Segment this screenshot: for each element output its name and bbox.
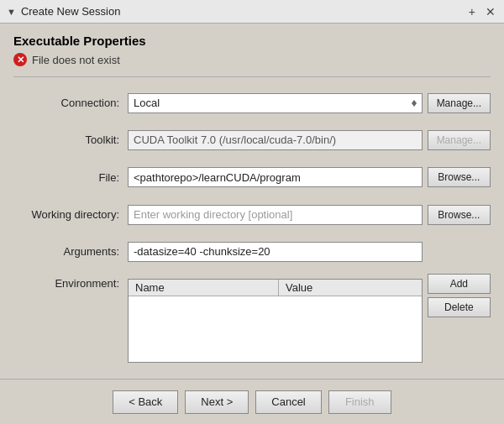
args-input[interactable] xyxy=(128,242,423,262)
back-button[interactable]: < Back xyxy=(113,390,178,414)
cancel-button[interactable]: Cancel xyxy=(255,390,321,414)
workdir-input[interactable] xyxy=(128,205,423,225)
env-delete-button[interactable]: Delete xyxy=(428,297,491,317)
error-row: ✕ File does not exist xyxy=(13,53,491,66)
window-menu-icon[interactable]: ▼ xyxy=(7,7,16,17)
env-add-button[interactable]: Add xyxy=(428,274,491,294)
section-title: Executable Properties xyxy=(13,34,491,48)
close-button[interactable]: ✕ xyxy=(484,5,497,18)
title-bar-left: ▼ Create New Session xyxy=(7,5,120,18)
bottom-bar: < Back Next > Cancel Finish xyxy=(0,379,504,424)
toolkit-manage-button[interactable]: Manage... xyxy=(428,130,491,150)
env-label: Environment: xyxy=(13,274,123,290)
dialog-body: Executable Properties ✕ File does not ex… xyxy=(0,24,504,379)
form-area: Connection: Local Manage... Toolkit: Man… xyxy=(13,87,491,369)
file-label: File: xyxy=(13,171,123,184)
workdir-browse-button[interactable]: Browse... xyxy=(428,205,491,225)
title-bar-right: + ✕ xyxy=(467,5,497,18)
workdir-label: Working directory: xyxy=(13,208,123,221)
toolkit-input[interactable] xyxy=(128,130,423,150)
connection-label: Connection: xyxy=(13,97,123,109)
divider xyxy=(13,76,491,77)
file-browse-button[interactable]: Browse... xyxy=(428,167,491,187)
env-col-value: Value xyxy=(278,280,421,296)
toolkit-label: Toolkit: xyxy=(13,133,123,146)
title-bar-title: Create New Session xyxy=(21,5,121,18)
env-table-wrapper: Name Value xyxy=(128,279,423,363)
error-text: File does not exist xyxy=(32,54,120,66)
connection-select[interactable]: Local xyxy=(128,93,423,113)
error-icon: ✕ xyxy=(13,53,27,66)
next-button[interactable]: Next > xyxy=(185,390,249,414)
env-buttons: Add Delete xyxy=(428,274,491,317)
add-button[interactable]: + xyxy=(467,5,477,18)
connection-manage-button[interactable]: Manage... xyxy=(428,93,491,113)
args-label: Arguments: xyxy=(13,245,123,258)
env-table: Name Value xyxy=(129,280,422,296)
finish-button[interactable]: Finish xyxy=(328,390,391,414)
env-col-name: Name xyxy=(129,280,278,296)
title-bar: ▼ Create New Session + ✕ xyxy=(0,0,504,24)
file-input[interactable] xyxy=(128,167,423,187)
